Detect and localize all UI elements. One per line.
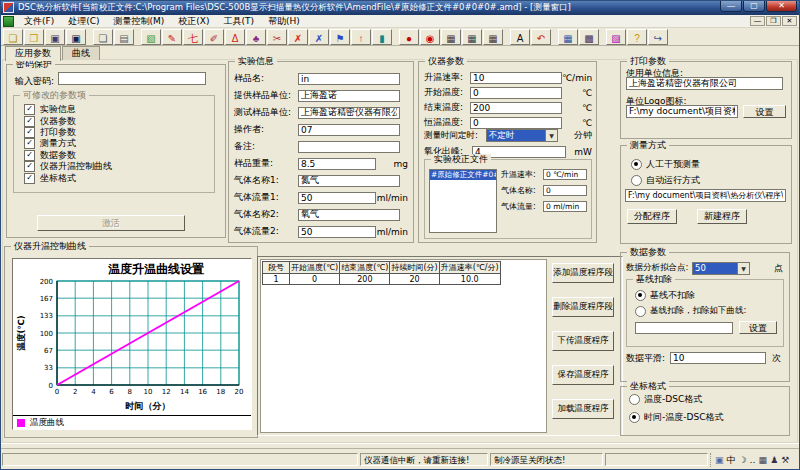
- camera-2-icon[interactable]: ▦: [462, 29, 482, 45]
- ime-user-icon[interactable]: ♟: [770, 454, 778, 466]
- blue-x-icon[interactable]: ✗: [309, 29, 329, 45]
- red-check-icon[interactable]: ✗: [288, 29, 308, 45]
- chevron-down-icon[interactable]: ▼: [737, 263, 749, 274]
- experiment-input-4[interactable]: [298, 124, 400, 136]
- undo-icon[interactable]: ↶: [531, 29, 551, 45]
- experiment-input-9[interactable]: [298, 209, 400, 221]
- up-arrow-icon[interactable]: ↑: [351, 29, 371, 45]
- language-bar-icon[interactable]: ▣: [715, 454, 724, 466]
- company-input[interactable]: [626, 77, 783, 90]
- menu-item-5[interactable]: 工具(T): [217, 15, 262, 27]
- mdi-restore-button[interactable]: ❐: [766, 16, 781, 26]
- tab-app-params[interactable]: 应用参数: [5, 46, 61, 61]
- calibration-file-item[interactable]: #原始修正文件#0#: [430, 170, 496, 180]
- calibration-file-list[interactable]: #原始修正文件#0#: [429, 169, 497, 233]
- new-file-icon[interactable]: ❏: [3, 29, 23, 45]
- calibration-value-1[interactable]: [543, 169, 587, 180]
- download-program-button[interactable]: 下传温度程序: [552, 331, 614, 351]
- chevron-down-icon[interactable]: ▼: [545, 130, 557, 141]
- cut-tool-icon[interactable]: ✂: [267, 29, 287, 45]
- camera-3-icon[interactable]: ▦: [483, 29, 503, 45]
- grid-tool-icon[interactable]: ▦: [558, 29, 578, 45]
- program-path-input[interactable]: [625, 189, 786, 202]
- menu-item-1[interactable]: 文件(F): [17, 15, 61, 27]
- experiment-input-5[interactable]: [298, 141, 400, 153]
- table-row-1[interactable]: 102002010.0: [263, 274, 501, 285]
- red-pen-cal-icon[interactable]: ✎: [162, 29, 182, 45]
- temp-dsc-radio[interactable]: 温度-DSC格式: [629, 393, 702, 406]
- ime-halfwidth-icon[interactable]: ☽: [739, 454, 747, 466]
- password-input[interactable]: [58, 72, 206, 85]
- auto-mode-radio[interactable]: 自动运行方式: [631, 174, 700, 187]
- help-icon[interactable]: ?: [627, 29, 647, 45]
- instrument-input-4[interactable]: [470, 117, 562, 129]
- ime-chinese-icon[interactable]: 中: [727, 454, 736, 466]
- manual-mode-radio[interactable]: 人工干预测量: [631, 158, 700, 171]
- camera-1-icon[interactable]: ▦: [441, 29, 461, 45]
- club-tool-icon[interactable]: ♣: [246, 29, 266, 45]
- param-checkbox-7[interactable]: ✓坐标格式: [24, 172, 210, 183]
- instrument-input-1[interactable]: [470, 72, 562, 84]
- logo-path-input[interactable]: [626, 105, 738, 118]
- experiment-input-7[interactable]: [298, 175, 400, 187]
- delta-cal-icon[interactable]: Δ: [225, 29, 245, 45]
- add-segment-button[interactable]: 添加温度程序段: [552, 263, 614, 283]
- flag-icon[interactable]: ⚑: [330, 29, 350, 45]
- menu-item-3[interactable]: 测量控制(M): [107, 15, 172, 27]
- activate-button[interactable]: 激活: [37, 215, 185, 231]
- soft-keyboard-icon[interactable]: ▦: [759, 454, 768, 466]
- close-button[interactable]: ✕: [766, 0, 797, 12]
- instrument-input-3[interactable]: [470, 102, 562, 114]
- logo-set-button[interactable]: 设置: [743, 105, 786, 118]
- print-icon[interactable]: ▤: [114, 29, 134, 45]
- instrument-input-2[interactable]: [470, 87, 562, 99]
- calibration-value-3[interactable]: [543, 201, 587, 212]
- exit-icon[interactable]: ↪: [648, 29, 668, 45]
- save-icon[interactable]: ▣: [45, 29, 65, 45]
- menu-item-6[interactable]: 帮助(H): [261, 15, 307, 27]
- new-program-button[interactable]: 新建程序: [697, 209, 747, 224]
- time-temp-dsc-radio[interactable]: 时间-温度-DSC格式: [629, 411, 723, 424]
- temperature-program-table[interactable]: 段号开始温度(℃)结束温度(℃)持续时间(分)升温速率(℃/分)10200201…: [262, 261, 501, 285]
- fit-points-combo[interactable]: 50 ▼: [692, 262, 750, 275]
- experiment-input-8[interactable]: [298, 192, 376, 204]
- panel-tool-icon[interactable]: ▩: [579, 29, 599, 45]
- menu-item-4[interactable]: 校正(X): [171, 15, 216, 27]
- minimize-button[interactable]: —: [720, 0, 742, 12]
- save-program-button[interactable]: 保存温度程序: [552, 365, 614, 385]
- menu-item-2[interactable]: 处理(C): [61, 15, 106, 27]
- assign-program-button[interactable]: 分配程序: [627, 209, 677, 224]
- mdi-close-button[interactable]: ✕: [782, 16, 797, 26]
- load-program-button[interactable]: 加载温度程序: [552, 399, 614, 419]
- maximize-button[interactable]: ▢: [743, 0, 765, 12]
- smooth-input[interactable]: [670, 352, 766, 364]
- baseline-subtract-radio[interactable]: 基线扣除，扣除如下曲线:: [635, 305, 746, 317]
- experiment-input-6[interactable]: [298, 158, 376, 170]
- print-preview-icon[interactable]: ❏: [93, 29, 113, 45]
- stop-icon[interactable]: ◉: [420, 29, 440, 45]
- open-file-icon[interactable]: ❒: [24, 29, 44, 45]
- experiment-input-10[interactable]: [298, 226, 376, 238]
- save-as-icon[interactable]: ▣: [66, 29, 86, 45]
- column-icon[interactable]: ▮: [372, 29, 392, 45]
- mdi-child-icon[interactable]: [3, 16, 14, 27]
- mdi-minimize-button[interactable]: —: [750, 16, 765, 26]
- calibration-value-2[interactable]: [543, 185, 587, 196]
- baseline-no-subtract-radio[interactable]: 基线不扣除: [635, 289, 695, 302]
- ime-tools-icon[interactable]: ⚒: [781, 454, 789, 466]
- image-cal-icon[interactable]: ▧: [141, 29, 161, 45]
- tab-curve[interactable]: 曲线: [62, 46, 100, 60]
- experiment-input-3[interactable]: [298, 107, 400, 119]
- timer-combo[interactable]: 不定时 ▼: [486, 129, 558, 142]
- delete-segment-button[interactable]: 删除温度程序段: [552, 297, 614, 317]
- experiment-input-2[interactable]: [298, 90, 400, 102]
- title-bar[interactable]: DSC热分析软件[当前校正文件:C:\Program Files\DSC-500…: [0, 0, 800, 15]
- ime-punctuation-icon[interactable]: ‥: [750, 454, 756, 466]
- record-icon[interactable]: ●: [399, 29, 419, 45]
- baseline-set-button[interactable]: 设置: [739, 321, 777, 334]
- experiment-input-1[interactable]: [298, 73, 400, 85]
- sample-cal-icon[interactable]: ✐: [204, 29, 224, 45]
- baseline-curve-input[interactable]: [635, 322, 733, 334]
- chart-tool-icon[interactable]: ▨: [606, 29, 626, 45]
- text-tool-icon[interactable]: A: [510, 29, 530, 45]
